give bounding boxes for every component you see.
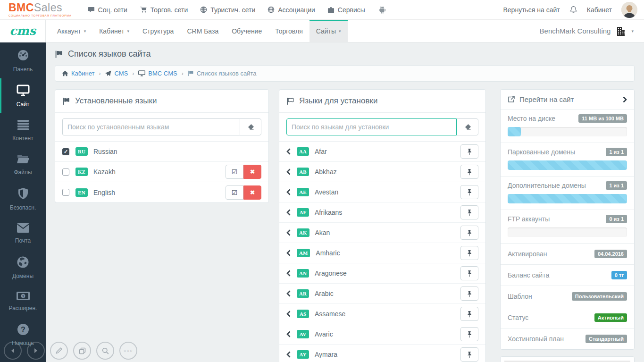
topbar-item-tourist[interactable]: Туристич. сети — [200, 6, 255, 14]
sidebar-item-security[interactable]: Безопасн. — [0, 181, 46, 217]
chevron-down-icon: ▾ — [127, 29, 129, 34]
info-balance: Баланс сайта 0 тг — [501, 264, 634, 286]
nav-item-structure[interactable]: Структура — [136, 20, 180, 42]
eraser-button[interactable] — [240, 118, 261, 135]
sidebar-item-files[interactable]: Файлы — [0, 147, 46, 181]
cabinet-link[interactable]: Кабинет — [587, 6, 612, 14]
chevron-left-icon[interactable] — [286, 168, 291, 175]
language-code-badge: AS — [297, 310, 309, 318]
sidebar-item-mail[interactable]: Почта — [0, 217, 46, 250]
back-to-site-link[interactable]: Вернуться на сайт — [503, 6, 560, 14]
nav-item-account[interactable]: Аккаунт▾ — [50, 20, 92, 42]
sidebar-item-advanced[interactable]: 1 Расширен. — [0, 285, 46, 317]
info-hosting-plan: Хостинговый план Стандартный — [501, 328, 634, 349]
status-badge: 04.04.2016 — [594, 250, 627, 258]
info-activated: Активирован 04.04.2016 — [501, 243, 634, 264]
language-checkbox[interactable] — [62, 168, 69, 176]
topbar-item-label: Торгов. сети — [151, 6, 188, 14]
sidebar-item-domains[interactable]: Домены — [0, 250, 46, 285]
installed-search-input[interactable] — [62, 118, 240, 135]
chevron-left-icon[interactable] — [286, 250, 291, 256]
language-checkbox[interactable]: ✓ — [62, 148, 69, 155]
available-language-row: AN Aragonese — [279, 263, 485, 284]
cms-nav-items: Аккаунт▾ Кабинет▾ Структура CRM База Обу… — [50, 20, 348, 42]
pin-button[interactable] — [460, 327, 478, 341]
clone-button[interactable] — [73, 342, 91, 360]
language-name: Russian — [93, 148, 117, 155]
pin-button[interactable] — [460, 246, 478, 260]
delete-language-button[interactable]: ✖ — [243, 185, 261, 200]
comment-icon — [88, 6, 95, 13]
pin-button[interactable] — [460, 205, 478, 219]
available-language-row: AK Akan — [279, 223, 485, 243]
available-language-row: AF Afrikaans — [279, 202, 485, 223]
pin-button[interactable] — [460, 226, 478, 240]
topbar-item-trade[interactable]: Торгов. сети — [140, 6, 188, 14]
chevron-down-icon: ▾ — [84, 29, 86, 34]
status-badge: Пользовательский — [572, 292, 627, 301]
pin-button[interactable] — [460, 266, 478, 280]
language-checkbox[interactable] — [62, 189, 69, 196]
breadcrumb-bmc-cms[interactable]: BMC CMS — [138, 70, 177, 77]
language-name: English — [93, 189, 115, 196]
breadcrumb-cms[interactable]: CMS — [105, 70, 128, 77]
delete-language-button[interactable]: ✖ — [243, 165, 261, 179]
back-button[interactable] — [4, 342, 22, 360]
topbar-item-services[interactable]: Сервисы — [327, 6, 365, 14]
cms-logo[interactable]: cms — [0, 20, 46, 42]
chevron-left-icon[interactable] — [286, 209, 291, 216]
chevron-left-icon[interactable] — [286, 351, 291, 358]
sidebar-item-content[interactable]: Контент — [0, 113, 46, 147]
chevron-left-icon[interactable] — [286, 270, 291, 277]
logo-bmc: BMC — [8, 1, 34, 14]
topbar-item-social[interactable]: Соц. сети — [88, 6, 127, 14]
pin-button[interactable] — [460, 185, 478, 199]
available-language-row: AR Arabic — [279, 284, 485, 304]
breadcrumb-current: Список языков сайта — [188, 70, 257, 77]
pin-button[interactable] — [460, 286, 478, 301]
eraser-button[interactable] — [457, 118, 478, 135]
more-button[interactable]: ○○○ — [119, 342, 137, 360]
pin-button[interactable] — [460, 165, 478, 179]
set-default-button[interactable]: ☑ — [226, 185, 243, 200]
sidebar-item-panel[interactable]: Панель — [0, 42, 46, 78]
pin-button[interactable] — [460, 307, 478, 321]
avatar[interactable] — [621, 2, 637, 18]
status-badge: Стандартный — [585, 335, 627, 343]
svg-text:?: ? — [21, 326, 25, 334]
pin-button[interactable] — [460, 144, 478, 159]
set-default-button[interactable]: ☑ — [226, 165, 243, 179]
chevron-left-icon[interactable] — [286, 311, 291, 317]
search-button[interactable] — [96, 342, 114, 360]
language-name: Avaric — [315, 330, 333, 338]
nav-item-training[interactable]: Обучение — [225, 20, 268, 42]
topbar: BMCSales СОЦИАЛЬНО ТОРГОВАЯ ПЛАТФОРМА Со… — [0, 0, 644, 20]
chevron-left-icon[interactable] — [286, 290, 291, 297]
paper-plane-icon — [105, 70, 111, 76]
pin-button[interactable] — [460, 347, 478, 362]
language-name: Aymara — [315, 351, 337, 358]
nav-item-crm[interactable]: CRM База — [180, 20, 225, 42]
chevron-left-icon[interactable] — [286, 331, 291, 337]
available-search-input[interactable] — [286, 118, 457, 135]
android-icon[interactable] — [378, 6, 386, 14]
edit-button[interactable] — [50, 342, 68, 360]
chevron-left-icon[interactable] — [286, 148, 291, 155]
go-to-site-link[interactable]: Перейти на сайт — [501, 90, 634, 109]
bmc-sales-logo[interactable]: BMCSales СОЦИАЛЬНО ТОРГОВАЯ ПЛАТФОРМА — [8, 2, 72, 17]
sidebar-item-site[interactable]: Сайт — [0, 78, 46, 113]
breadcrumb-separator: › — [132, 70, 134, 77]
company-selector[interactable]: BenchMark Consulting ▾ — [540, 20, 644, 42]
forward-button[interactable] — [27, 342, 45, 360]
flag-outline-icon — [286, 97, 294, 105]
breadcrumb-cabinet[interactable]: Кабинет — [62, 70, 94, 77]
chevron-left-icon[interactable] — [286, 189, 291, 195]
nav-item-sites[interactable]: Сайты▾ — [309, 20, 348, 42]
nav-item-cabinet[interactable]: Кабинет▾ — [92, 20, 136, 42]
status-badge: 1 из 1 — [606, 148, 627, 156]
nav-item-trading[interactable]: Торговля — [268, 20, 309, 42]
language-code-badge: AM — [297, 249, 310, 257]
topbar-item-associations[interactable]: Ассоциации — [268, 6, 315, 14]
chevron-left-icon[interactable] — [286, 229, 291, 236]
bell-icon[interactable] — [569, 6, 577, 14]
